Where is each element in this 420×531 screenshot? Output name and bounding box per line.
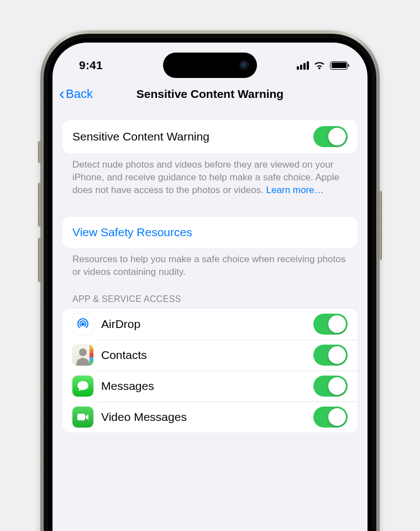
access-label: Messages (101, 379, 306, 393)
contacts-icon (72, 345, 93, 366)
contacts-toggle[interactable] (313, 345, 348, 366)
volume-down (38, 238, 41, 282)
svg-rect-1 (77, 414, 85, 420)
view-safety-resources-button[interactable]: View Safety Resources (62, 217, 358, 248)
svg-point-0 (81, 322, 85, 326)
messages-toggle[interactable] (313, 376, 348, 397)
back-button[interactable]: ‹ Back (59, 86, 93, 102)
sensitive-content-row: Sensitive Content Warning (62, 120, 358, 153)
back-label: Back (66, 87, 93, 101)
messages-icon (72, 376, 93, 397)
chevron-left-icon: ‹ (59, 85, 65, 102)
safety-footer: Resources to help you make a safe choice… (62, 248, 358, 279)
access-row-messages: Messages (62, 371, 358, 402)
wifi-icon (313, 61, 326, 70)
power-button (379, 191, 382, 260)
battery-icon (330, 61, 348, 70)
access-row-airdrop: AirDrop (62, 309, 358, 340)
navbar: ‹ Back Sensitive Content Warning (53, 80, 368, 109)
cellular-icon (297, 61, 309, 70)
safety-group: View Safety Resources (62, 217, 358, 248)
phone-frame: 9:41 ‹ Back Sensitive Content Warning (40, 30, 380, 531)
access-row-video: Video Messages (62, 402, 358, 433)
status-time: 9:41 (70, 59, 103, 72)
airdrop-icon (72, 314, 93, 335)
video-messages-icon (72, 407, 93, 428)
access-row-contacts: Contacts (62, 340, 358, 371)
sensitive-content-toggle[interactable] (313, 126, 348, 147)
volume-up (38, 183, 41, 227)
airdrop-toggle[interactable] (313, 314, 348, 335)
access-group: AirDrop Contacts Messa (62, 309, 358, 433)
sensitive-content-label: Sensitive Content Warning (72, 130, 306, 143)
screen: 9:41 ‹ Back Sensitive Content Warning (53, 43, 368, 531)
page-title: Sensitive Content Warning (136, 87, 284, 101)
main-toggle-group: Sensitive Content Warning (62, 120, 358, 153)
access-label: Video Messages (101, 410, 306, 424)
video-messages-toggle[interactable] (313, 407, 348, 428)
access-label: Contacts (101, 348, 306, 362)
access-header: APP & SERVICE ACCESS (62, 279, 358, 309)
main-footer: Detect nude photos and videos before the… (62, 153, 358, 197)
dynamic-island (163, 53, 257, 78)
safety-label: View Safety Resources (72, 226, 348, 239)
access-label: AirDrop (101, 317, 306, 331)
side-switch (38, 141, 41, 163)
learn-more-link[interactable]: Learn more… (266, 185, 324, 195)
